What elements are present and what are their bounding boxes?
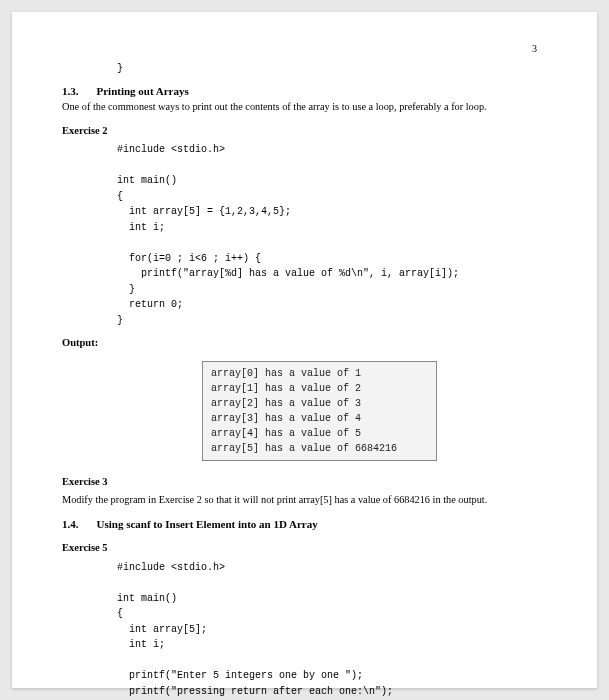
exercise-2-code: #include <stdio.h> int main() { int arra… xyxy=(117,142,547,328)
document-page: 3 } 1.3.Printing out Arrays One of the c… xyxy=(12,12,597,688)
section-number: 1.4. xyxy=(62,518,79,530)
output-label: Output: xyxy=(62,336,547,350)
exercise-3-body: Modify the program in Exercise 2 so that… xyxy=(62,493,547,507)
section-1-3-heading: 1.3.Printing out Arrays xyxy=(62,84,547,99)
section-1-4-heading: 1.4.Using scanf to Insert Element into a… xyxy=(62,517,547,532)
section-title: Printing out Arrays xyxy=(97,85,189,97)
exercise-3-label: Exercise 3 xyxy=(62,475,547,489)
output-box: array[0] has a value of 1 array[1] has a… xyxy=(202,361,437,461)
exercise-2-label: Exercise 2 xyxy=(62,124,547,138)
section-1-3-body: One of the commonest ways to print out t… xyxy=(62,100,547,114)
page-number: 3 xyxy=(532,42,537,56)
code-closing-brace: } xyxy=(117,62,547,76)
exercise-5-label: Exercise 5 xyxy=(62,541,547,555)
exercise-5-code: #include <stdio.h> int main() { int arra… xyxy=(117,560,547,700)
section-number: 1.3. xyxy=(62,85,79,97)
section-title: Using scanf to Insert Element into an 1D… xyxy=(97,518,318,530)
